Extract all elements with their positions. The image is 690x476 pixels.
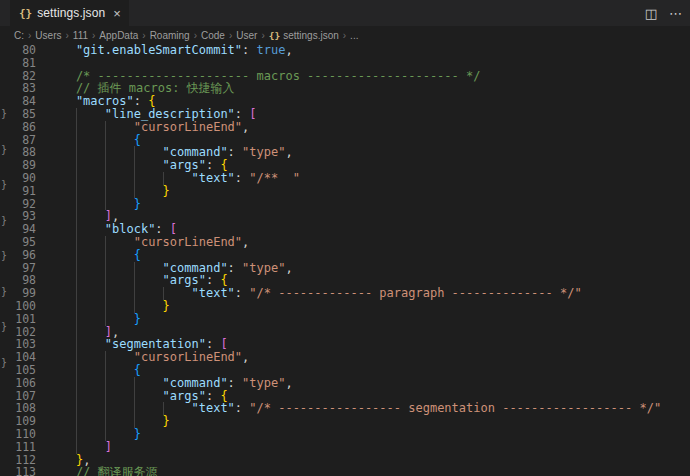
indent-guides (76, 402, 192, 415)
code-line[interactable]: 105{ (10, 364, 690, 377)
clipped-sidebar-icon: } (1, 357, 7, 368)
code-text: } (36, 198, 141, 211)
indentation (47, 402, 76, 415)
line-number: 90 (10, 172, 36, 185)
code-line[interactable]: 111] (10, 441, 690, 454)
line-number: 111 (10, 441, 36, 454)
code-line[interactable]: 87{ (10, 134, 690, 147)
indentation (47, 274, 76, 287)
code-token: } (134, 427, 141, 441)
code-token: "cursorLineEnd" (134, 350, 242, 364)
indent-guides (76, 338, 105, 351)
code-token: : (228, 261, 242, 275)
clipped-sidebar-icon: } (1, 250, 7, 261)
indentation (47, 249, 76, 262)
code-token: } (163, 414, 170, 428)
code-line[interactable]: 104"cursorLineEnd", (10, 351, 690, 364)
breadcrumb-tail[interactable]: ... (350, 30, 358, 41)
code-token: } (163, 299, 170, 313)
code-line[interactable]: 91} (10, 185, 690, 198)
code-line[interactable]: 113// 翻译服务源 (10, 466, 690, 476)
code-text: "cursorLineEnd", (36, 236, 249, 249)
line-number: 109 (10, 415, 36, 428)
code-line[interactable]: 109} (10, 415, 690, 428)
code-token: , (242, 350, 249, 364)
code-line[interactable]: 80"git.enableSmartCommit": true, (10, 44, 690, 57)
indent-guides (76, 326, 105, 339)
code-line[interactable]: 90"text": "/** " (10, 172, 690, 185)
code-token: , (285, 44, 292, 57)
code-text: { (36, 249, 141, 262)
clipped-sidebar-icon: } (1, 179, 7, 190)
indentation (47, 262, 76, 275)
code-line[interactable]: 103"segmentation": [ (10, 338, 690, 351)
code-line[interactable]: 88"command": "type", (10, 146, 690, 159)
indentation (47, 441, 76, 454)
code-line[interactable]: 86"cursorLineEnd", (10, 121, 690, 134)
breadcrumb-item[interactable]: C: (14, 30, 24, 41)
code-token: ] (105, 440, 112, 454)
code-token: , (242, 235, 249, 249)
indent-guides (76, 300, 163, 313)
breadcrumb-item-file[interactable]: {}settings.json (269, 30, 339, 41)
code-text: "git.enableSmartCommit": true, (36, 44, 293, 57)
indent-guides (76, 364, 134, 377)
breadcrumb-item[interactable]: Roaming (150, 30, 190, 41)
code-line[interactable]: 96{ (10, 249, 690, 262)
split-editor-icon[interactable]: ◫ (645, 6, 657, 21)
indentation (47, 198, 76, 211)
breadcrumb-separator: › (343, 30, 346, 41)
line-number: 80 (10, 44, 36, 57)
breadcrumb-item[interactable]: Users (35, 30, 61, 41)
code-token: } (163, 184, 170, 198)
code-line[interactable]: 108"text": "/* ----------------- segment… (10, 402, 690, 415)
code-token: : (235, 171, 249, 185)
tab-settings-json[interactable]: {} settings.json × (10, 0, 129, 26)
code-token: , (285, 376, 292, 390)
indentation (47, 108, 76, 121)
indentation (47, 377, 76, 390)
code-token: // 翻译服务源 (76, 465, 158, 476)
indentation (47, 185, 76, 198)
indentation (47, 326, 76, 339)
breadcrumb-separator: › (142, 30, 145, 41)
code-line[interactable]: 95"cursorLineEnd", (10, 236, 690, 249)
code-token: : (228, 145, 242, 159)
code-line[interactable]: 99"text": "/* ------------- paragraph --… (10, 287, 690, 300)
breadcrumb-item[interactable]: 111 (73, 30, 88, 41)
line-number: 81 (10, 57, 36, 70)
breadcrumb-separator: › (194, 30, 197, 41)
json-file-icon: {} (19, 7, 32, 20)
close-tab-icon[interactable]: × (113, 7, 121, 20)
tab-label: settings.json (37, 6, 105, 20)
indentation (47, 82, 76, 95)
editor-lines: 80"git.enableSmartCommit": true,8182/* -… (10, 44, 690, 476)
code-token: "text" (191, 171, 234, 185)
clipped-sidebar-icon: } (1, 215, 7, 226)
indent-guides (76, 210, 105, 223)
code-line[interactable]: 97"command": "type", (10, 262, 690, 275)
clipped-sidebar-icon: } (1, 286, 7, 297)
code-line[interactable]: 100} (10, 300, 690, 313)
indent-guides (76, 351, 134, 364)
more-actions-icon[interactable]: ⋯ (669, 6, 682, 21)
breadcrumb-item[interactable]: Code (201, 30, 225, 41)
indentation (47, 236, 76, 249)
editor-actions: ◫ ⋯ (645, 0, 682, 26)
code-token: } (134, 312, 141, 326)
code-line[interactable]: 85"line_description": [ (10, 108, 690, 121)
code-line[interactable]: 89"args": { (10, 159, 690, 172)
indent-guides (76, 390, 163, 403)
code-token: "/* ------------- paragraph ------------… (249, 286, 581, 300)
code-line[interactable]: 94"block": [ (10, 223, 690, 236)
code-text: // 翻译服务源 (36, 466, 158, 476)
code-line[interactable]: 106"command": "type", (10, 377, 690, 390)
breadcrumb-item[interactable]: User (236, 30, 257, 41)
code-text (36, 57, 47, 70)
editor[interactable]: 80"git.enableSmartCommit": true,8182/* -… (0, 44, 690, 476)
indent-guides (76, 172, 192, 185)
clipped-sidebar-icon: } (1, 108, 7, 119)
code-token: { (134, 248, 141, 262)
breadcrumb-item[interactable]: AppData (99, 30, 138, 41)
indentation (47, 210, 76, 223)
